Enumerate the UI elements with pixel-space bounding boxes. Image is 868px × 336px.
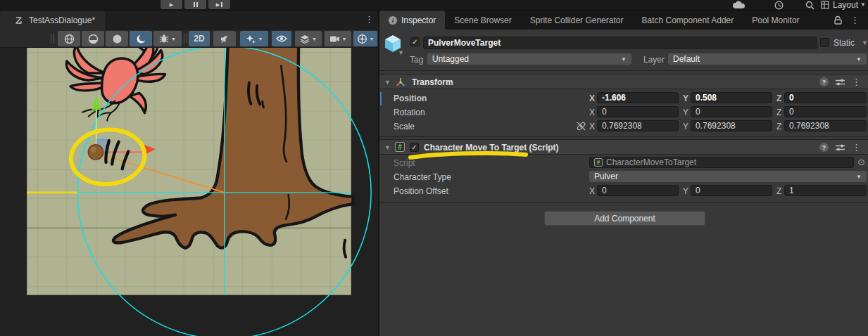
gameobject-active-checkbox[interactable]: ✓ — [410, 37, 420, 46]
csharp-script-icon: # — [594, 158, 603, 167]
scale-y-field[interactable]: 0.7692308 — [691, 120, 772, 131]
gameobject-name: PulverMoveTarget — [428, 38, 501, 48]
position-offset-z-field[interactable]: 1 — [784, 185, 867, 196]
component-menu-icon[interactable]: ⋮ — [852, 143, 861, 152]
scene-viewport[interactable] — [0, 48, 378, 336]
search-icon[interactable] — [805, 1, 814, 10]
help-icon[interactable]: ? — [819, 143, 829, 152]
rotation-x-field[interactable]: 0 — [597, 106, 679, 117]
shading-mode-shaded-wire-button[interactable] — [82, 31, 104, 46]
tab-pool-monitor[interactable]: Pool Monitor — [743, 11, 808, 30]
presets-icon[interactable] — [836, 78, 845, 86]
static-label: Static — [834, 38, 855, 48]
play-button[interactable]: ▶ — [161, 0, 182, 9]
tab-inspector[interactable]: i Inspector — [379, 11, 445, 30]
gameobject-icon-dropdown-icon[interactable]: ▼ — [398, 49, 404, 56]
layer-value: Default — [673, 54, 700, 64]
character-type-dropdown[interactable]: Pulver ▼ — [589, 171, 867, 182]
script-object-field[interactable]: # CharacterMoveToTarget — [589, 157, 854, 168]
script-object-value: CharacterMoveToTarget — [606, 157, 696, 167]
shading-mode-wireframe-button[interactable] — [58, 31, 80, 46]
shading-mode-shaded-button[interactable] — [130, 31, 152, 46]
toolbar-drag-handle[interactable] — [51, 34, 54, 44]
transform-foldout-icon[interactable]: ▼ — [384, 79, 391, 86]
script-foldout-icon[interactable]: ▼ — [384, 144, 391, 151]
object-picker-icon[interactable]: ⊙ — [857, 157, 865, 167]
transform-title: Transform — [412, 77, 453, 87]
audio-mute-toggle[interactable] — [213, 31, 236, 46]
position-x-field[interactable]: -1.606 — [597, 92, 679, 103]
position-offset-y-field[interactable]: 0 — [691, 185, 772, 196]
pause-button[interactable] — [184, 0, 206, 9]
transform-icon — [395, 77, 406, 88]
play-icon: ▶ — [170, 2, 173, 8]
scene-visibility-toggle[interactable] — [272, 31, 291, 46]
position-z-field[interactable]: 0 — [784, 92, 867, 103]
gizmo-sphere-icon — [357, 34, 367, 44]
tab-sprite-collider-generator[interactable]: Sprite Collider Generator — [521, 11, 633, 30]
shading-mode-unlit-button[interactable] — [106, 31, 128, 46]
scale-x-field[interactable]: 0.7692308 — [597, 120, 679, 131]
gameobject-name-field[interactable]: PulverMoveTarget — [423, 37, 817, 49]
main-toolbar: ▶ ▶ Layout ▼ — [0, 0, 868, 11]
scene-tab-label: TestAssDialogue* — [29, 15, 95, 25]
tab-label: Batch Component Adder — [641, 15, 734, 25]
dropdown-arrow-icon: ▼ — [621, 56, 627, 63]
character-type-value: Pulver — [594, 172, 618, 181]
rotation-z-field[interactable]: 0 — [784, 106, 867, 117]
layout-dropdown-arrow-icon[interactable]: ▼ — [860, 1, 866, 8]
tab-label: Pool Monitor — [752, 15, 799, 25]
2d-mode-toggle[interactable]: 2D — [189, 31, 210, 46]
step-icon: ▶ — [216, 2, 220, 8]
gizmos-button[interactable]: ▼ — [353, 31, 377, 46]
debug-mode-button[interactable]: ▼ — [153, 31, 182, 46]
add-component-button[interactable]: Add Component — [544, 211, 705, 226]
inspector-tab-bar: i Inspector Scene Browser Sprite Collide… — [379, 11, 868, 30]
step-button[interactable]: ▶ — [208, 0, 230, 9]
component-menu-icon[interactable]: ⋮ — [852, 77, 861, 86]
scene-asset-icon — [14, 15, 24, 25]
lock-icon[interactable] — [834, 15, 842, 25]
position-y-field[interactable]: 0.508 — [691, 92, 772, 103]
camera-settings-button[interactable]: ▼ — [325, 31, 351, 46]
toolbar-drag-handle[interactable] — [184, 34, 187, 44]
solid-sphere-icon — [112, 34, 122, 44]
script-enabled-checkbox[interactable]: ✓ — [410, 143, 419, 152]
tag-value: Untagged — [432, 54, 469, 64]
constrain-proportions-icon[interactable] — [576, 121, 586, 131]
script-component-header[interactable]: ▼ # ✓ Character Move To Target (Script) … — [379, 139, 868, 155]
layer-dropdown[interactable]: Default ▼ — [668, 53, 867, 65]
transform-component-header[interactable]: ▼ Transform ? ⋮ — [379, 74, 868, 89]
tag-dropdown[interactable]: Untagged ▼ — [427, 53, 631, 65]
layout-grid-icon — [821, 1, 830, 9]
tab-label: Scene Browser — [454, 15, 511, 25]
character-type-label: Character Type — [394, 172, 451, 182]
script-field-label: Script — [394, 158, 415, 168]
muted-speaker-icon — [220, 34, 230, 44]
position-offset-x-field[interactable]: 0 — [597, 185, 679, 196]
axis-z-label: Z — [776, 186, 781, 196]
help-icon[interactable]: ? — [819, 77, 829, 86]
camera-icon — [329, 35, 340, 43]
layout-dropdown[interactable]: Layout — [833, 0, 858, 10]
move-target-handle[interactable] — [88, 145, 103, 160]
axis-z-label: Z — [776, 93, 781, 103]
cloud-icon[interactable] — [732, 1, 749, 9]
history-clock-icon[interactable] — [774, 1, 784, 10]
inspector-body: ▼ ✓ PulverMoveTarget Static ▼ Tag Untagg… — [379, 30, 868, 336]
tab-batch-component-adder[interactable]: Batch Component Adder — [632, 11, 743, 30]
scale-z-field[interactable]: 0.7692308 — [784, 120, 867, 131]
presets-icon[interactable] — [836, 143, 845, 152]
rotation-y-field[interactable]: 0 — [691, 106, 772, 117]
tab-scene-browser[interactable]: Scene Browser — [445, 11, 520, 30]
position-label: Position — [394, 93, 427, 103]
scene-window-menu-icon[interactable]: ⋮ — [365, 15, 374, 24]
inspector-panel: i Inspector Scene Browser Sprite Collide… — [378, 11, 868, 336]
static-checkbox[interactable] — [820, 38, 829, 47]
inspector-menu-icon[interactable]: ⋮ — [850, 15, 860, 25]
layers-button[interactable]: ▼ — [295, 31, 322, 46]
scene-tab[interactable]: TestAssDialogue* — [0, 11, 105, 30]
rotation-label: Rotation — [394, 108, 425, 117]
static-dropdown-arrow-icon[interactable]: ▼ — [862, 39, 868, 46]
effects-toggle[interactable]: ▼ — [240, 31, 268, 46]
